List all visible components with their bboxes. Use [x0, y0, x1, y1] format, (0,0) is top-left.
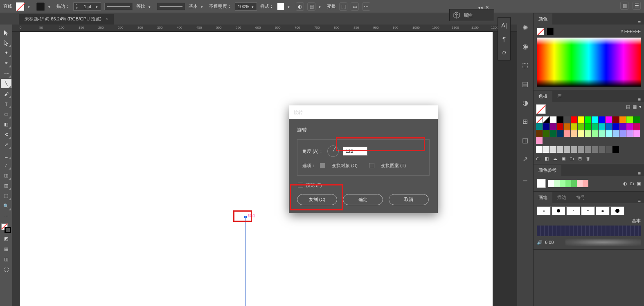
panel-menu-icon[interactable]: ≡ [635, 171, 644, 176]
current-fill-swatch[interactable] [536, 104, 546, 114]
brush-preset[interactable] [610, 206, 624, 215]
fill-color-swatch[interactable] [537, 28, 544, 35]
magic-wand-tool[interactable]: ✦ [1, 48, 11, 58]
color-swatch[interactable] [633, 130, 640, 137]
brush-preset[interactable] [537, 206, 551, 215]
panel-menu-icon[interactable]: ≡ [635, 198, 644, 203]
fill-stroke-indicator[interactable] [1, 223, 11, 233]
gray-swatch[interactable] [578, 146, 584, 153]
stroke-weight-stepper[interactable]: ▴▾ [73, 2, 101, 11]
color-swatch[interactable] [633, 116, 640, 123]
color-swatch[interactable] [592, 130, 598, 137]
color-swatch[interactable] [585, 130, 591, 137]
tab-libraries[interactable]: 库 [552, 91, 567, 102]
swatch-registration[interactable] [543, 116, 549, 123]
stroke-weight-input[interactable] [79, 4, 96, 9]
base-color-swatch[interactable] [537, 179, 546, 188]
swatch-lib-icon[interactable]: 🗀 [536, 156, 540, 161]
rotate-tool[interactable]: ⟲ [1, 130, 11, 139]
gray-swatch[interactable] [536, 146, 543, 153]
dialog-titlebar[interactable]: 旋转 [289, 105, 438, 119]
color-swatch[interactable] [571, 123, 577, 130]
color-swatch[interactable] [606, 130, 612, 137]
direct-selection-tool[interactable] [1, 38, 11, 47]
screen-mode-icon[interactable]: ⛶ [1, 265, 11, 274]
gradient-mode-icon[interactable]: ▦ [1, 244, 11, 254]
color-swatch[interactable] [564, 123, 570, 130]
color-swatch[interactable] [543, 130, 549, 137]
color-swatch[interactable] [550, 130, 556, 137]
color-swatch[interactable] [599, 116, 605, 123]
rectangle-tool[interactable]: ▭ [1, 109, 11, 119]
gray-swatch[interactable] [592, 146, 598, 153]
scale-tool[interactable]: ⤢ [1, 140, 11, 150]
color-swatch[interactable] [557, 116, 563, 123]
harmony-color[interactable] [577, 180, 583, 187]
swatch-kind-icon[interactable]: ◧ [545, 156, 549, 161]
brush-dropdown[interactable] [201, 4, 206, 9]
gray-swatch[interactable] [543, 146, 549, 153]
recolor-icon[interactable]: ◐ [296, 2, 304, 11]
preview-checkbox[interactable] [298, 183, 303, 188]
cancel-button[interactable]: 取消 [389, 194, 429, 205]
color-swatch[interactable] [606, 123, 612, 130]
color-swatch[interactable] [536, 130, 543, 137]
gray-swatch[interactable] [557, 146, 563, 153]
style-swatch[interactable] [277, 3, 284, 10]
stroke-dropdown[interactable] [48, 4, 53, 9]
selection-tool[interactable] [1, 28, 11, 37]
arrange-docs-icon[interactable]: ▦ [620, 2, 628, 10]
properties-panel-header[interactable]: 属性 [449, 9, 494, 21]
color-swatch[interactable] [550, 116, 556, 123]
harmony-strip[interactable] [548, 180, 588, 187]
mesh-tool[interactable]: ▥ [1, 181, 11, 190]
harmony-color[interactable] [560, 180, 565, 187]
pathfinder-icon[interactable]: ◫ [521, 136, 530, 145]
document-tab[interactable]: 未标题-1* @ 66.24% (RGB/GPU 预览) × [19, 13, 114, 25]
edit-colors-icon[interactable]: ◐ [623, 181, 627, 186]
tab-symbols[interactable]: 符号 [571, 192, 590, 203]
opacity-stepper[interactable] [235, 2, 257, 11]
brush-preset[interactable] [596, 206, 610, 215]
color-spectrum[interactable] [537, 38, 641, 87]
swatch-filter-icon[interactable]: ▦ [633, 104, 637, 114]
color-swatch[interactable] [557, 123, 563, 130]
brush-preset[interactable] [552, 206, 565, 215]
align-icon[interactable]: ▦ [307, 2, 315, 11]
isolate-icon[interactable]: ⬚ [339, 2, 347, 11]
eyedropper-tool[interactable]: ⁄ [1, 161, 11, 170]
color-swatch[interactable] [564, 116, 570, 123]
swatch-group-icon[interactable]: ▣ [561, 156, 565, 161]
angle-input[interactable] [343, 147, 367, 156]
type-tool[interactable]: T [1, 99, 11, 109]
stroke-color-swatch[interactable] [547, 28, 554, 35]
export-icon[interactable]: ↗ [521, 154, 530, 163]
style-dropdown[interactable] [288, 4, 293, 9]
brush-preset[interactable] [581, 206, 595, 215]
color-swatch[interactable] [612, 123, 619, 130]
swatch-none[interactable] [536, 116, 543, 123]
harmony-color[interactable] [548, 180, 554, 187]
swatch-delete-icon[interactable]: 🗑 [586, 156, 590, 161]
artboard-tool[interactable]: ⬚ [1, 191, 11, 201]
brush-preset[interactable] [566, 206, 580, 215]
profile-dropdown[interactable] [149, 4, 153, 9]
opentype-panel-icon[interactable]: O [500, 49, 508, 57]
swatch-list-view-icon[interactable]: ▤ [626, 104, 630, 114]
profile-preview[interactable] [104, 3, 133, 10]
transform-label[interactable]: 变换 [327, 3, 336, 9]
cg-new-icon[interactable]: ▣ [637, 181, 641, 186]
speaker-icon[interactable]: 🔊 [537, 240, 543, 245]
curvature-tool[interactable]: 〰 [1, 69, 11, 78]
color-swatch[interactable] [619, 130, 626, 137]
color-swatch[interactable] [592, 123, 598, 130]
appearance-icon[interactable]: ◑ [521, 98, 530, 107]
swatch-new-icon[interactable]: ⊞ [578, 156, 582, 161]
line-tool[interactable]: ╲ [1, 79, 11, 88]
color-swatch[interactable] [585, 123, 591, 130]
color-swatch[interactable] [536, 123, 543, 130]
color-swatch[interactable] [571, 116, 577, 123]
harmony-color[interactable] [571, 180, 577, 187]
color-swatch[interactable] [606, 116, 612, 123]
brush-preview[interactable] [157, 3, 185, 10]
